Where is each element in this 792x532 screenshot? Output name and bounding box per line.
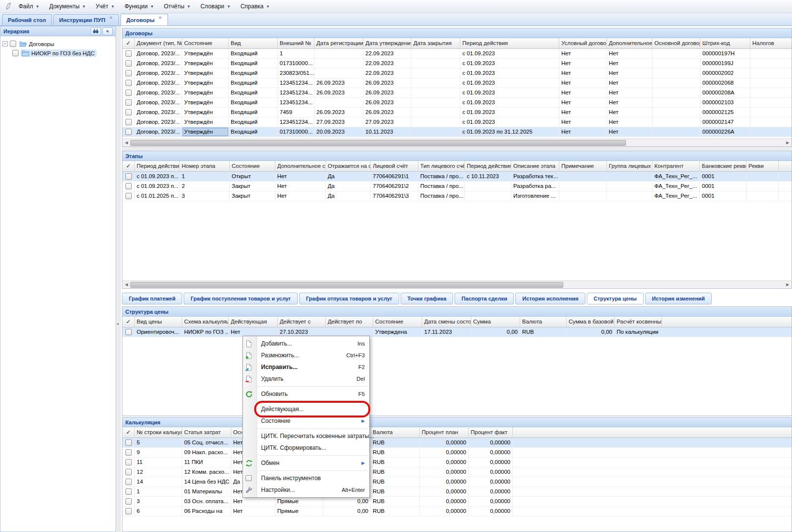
tree-node-contracts[interactable]: − Договоры (2, 39, 114, 48)
column-header[interactable]: Процент план (420, 427, 469, 438)
column-header[interactable]: Валюта (371, 427, 420, 438)
column-header[interactable]: Период действия (460, 38, 559, 48)
row-checkbox[interactable] (125, 80, 132, 86)
tab-close-icon[interactable]: ✕ (158, 16, 163, 21)
table-row[interactable]: 505 Соц. отчисл...НетRUB0,000000,00000 (122, 438, 792, 448)
row-checkbox[interactable] (125, 193, 132, 199)
horizontal-splitter[interactable] (122, 147, 792, 151)
row-checkbox[interactable] (125, 119, 132, 125)
table-row[interactable]: 1212 Комм. расхо...НетRUB0,000000,00000 (122, 467, 792, 477)
scroll-right-icon[interactable]: ▶ (784, 281, 792, 288)
subtab-4[interactable]: Точки графика (401, 293, 454, 304)
menu-item-6[interactable]: Действующая... (243, 403, 369, 415)
table-row[interactable]: Договор, 2023/...УтверждёнВходящий123451… (122, 88, 792, 98)
tree-node-checkbox[interactable] (12, 50, 19, 56)
tree-node-checkbox[interactable] (10, 41, 16, 47)
tab-1[interactable]: Рабочий стол (2, 14, 52, 25)
table-row[interactable]: 1414 Цена без НДСДаRUB0,000000,00000 (122, 477, 792, 487)
table-row[interactable]: 1111 ПКИНетRUB0,000000,00000 (122, 458, 792, 467)
contracts-hscrollbar[interactable]: ◀ ▶ (122, 139, 792, 146)
column-header[interactable]: Вид (229, 38, 278, 48)
column-header[interactable]: Контрагент (652, 161, 700, 171)
column-header[interactable]: Период действия л (465, 161, 511, 171)
column-header[interactable]: Группа лицевых с (607, 161, 652, 171)
column-header[interactable]: Сумма (471, 317, 520, 327)
column-header[interactable]: Дата утверждения (363, 38, 411, 48)
row-checkbox[interactable] (125, 329, 132, 335)
column-header[interactable]: Вид цены (135, 317, 182, 327)
column-header[interactable]: Примечание (559, 161, 607, 171)
column-header[interactable]: Действует по (326, 317, 373, 327)
search-binoculars-button[interactable] (91, 27, 101, 35)
column-header[interactable]: Налогов (750, 38, 792, 48)
menu-item-8[interactable]: ЦИТК. Пересчитать косвенные затраты... (243, 430, 369, 442)
menubar-item-4[interactable]: Функции▼ (120, 1, 159, 12)
menubar-item-6[interactable]: Словари▼ (195, 1, 236, 12)
scroll-left-icon[interactable]: ◀ (122, 140, 130, 145)
column-header[interactable]: Период действия.. (135, 161, 180, 171)
tree-node-content[interactable]: Договоры (18, 40, 56, 47)
row-checkbox[interactable] (125, 488, 132, 495)
menubar-item-2[interactable]: Документы▼ (44, 1, 91, 12)
select-all-column-header[interactable]: ✓ (122, 427, 135, 438)
column-header[interactable]: Дата смены состоя (422, 317, 471, 327)
scrollbar-thumb[interactable] (130, 140, 626, 146)
subtab-7[interactable]: Структура цены (587, 293, 644, 304)
stages-hscrollbar[interactable]: ◀ ▶ (122, 280, 792, 288)
row-checkbox[interactable] (125, 90, 132, 96)
column-header[interactable]: № строки калькул (135, 427, 182, 438)
menubar-item-1[interactable]: Файл▼ (14, 1, 44, 12)
column-header[interactable]: Действующая (229, 317, 278, 327)
menu-item-11[interactable]: Панель инструментов (243, 472, 369, 484)
select-all-column-header[interactable]: ✓ (122, 161, 135, 171)
column-header[interactable]: Условный договор (559, 38, 607, 48)
column-header[interactable]: Тип лицевого счёт (418, 161, 465, 171)
column-header[interactable]: Банковские рекви (700, 161, 746, 171)
row-checkbox[interactable] (125, 498, 132, 505)
table-row[interactable]: Договор, 2023/...УтверждёнВходящий123451… (122, 117, 792, 127)
row-checkbox[interactable] (125, 129, 132, 135)
subtab-5[interactable]: Паспорта сделки (455, 293, 514, 304)
menu-item-7[interactable]: Состояние▶ (243, 415, 369, 427)
menu-item-5[interactable]: ОбновитьF5 (243, 388, 369, 400)
menu-item-10[interactable]: Обмен▶ (243, 457, 369, 469)
table-row[interactable]: Договор, 2023/...УтверждёнВходящий230823… (122, 69, 792, 78)
tab-2[interactable]: Инструкции ПУП✕ (53, 14, 119, 25)
column-header[interactable]: Валюта (520, 317, 567, 327)
table-row[interactable]: с 01.09.2023 п...2ЗакрытНетДа7706406291\… (122, 182, 792, 191)
tree-node-content[interactable]: НИОКР по ГОЗ без НДС (21, 49, 96, 57)
scroll-left-icon[interactable]: ◀ (122, 282, 130, 287)
row-checkbox[interactable] (125, 183, 132, 189)
tab-3[interactable]: Договоры✕ (120, 14, 168, 25)
subtab-2[interactable]: График поступления товаров и услуг (184, 293, 297, 304)
table-row[interactable]: 909 Накл. расхо...НетRUB0,000000,00000 (122, 448, 792, 458)
column-header[interactable]: Схема калькуляци (182, 317, 229, 327)
column-header[interactable]: Статья затрат (182, 427, 231, 438)
column-header[interactable]: Отражается на сум (326, 161, 371, 171)
tree-expander-icon[interactable]: − (2, 41, 8, 46)
row-checkbox[interactable] (125, 459, 132, 465)
column-header[interactable]: Лицевой счёт (371, 161, 418, 171)
table-row[interactable]: 606 Расходы наНетПрямые0,00RUB0,000000,0… (122, 507, 792, 516)
row-checkbox[interactable] (125, 469, 132, 475)
menubar-item-3[interactable]: Учёт▼ (91, 1, 120, 12)
column-header[interactable]: Дата закрытия (411, 38, 460, 48)
column-header[interactable]: Состояние (182, 38, 229, 48)
row-checkbox[interactable] (125, 173, 132, 180)
column-header[interactable]: Сумма в базовой в (567, 317, 615, 327)
table-row[interactable]: Ориентировоч...НИОКР по ГОЗ ...Нет27.10.… (122, 327, 792, 337)
table-row[interactable]: Договор, 2023/...УтверждёнВходящий123451… (122, 78, 792, 88)
row-checkbox[interactable] (125, 508, 132, 514)
column-header[interactable]: Состояние (373, 317, 422, 327)
collapse-panel-button[interactable]: « (102, 27, 113, 35)
subtab-3[interactable]: График отпуска товаров и услуг (299, 293, 399, 304)
splitter-collapse-icon[interactable]: ◂ (117, 322, 119, 326)
row-checkbox[interactable] (125, 479, 132, 485)
column-header[interactable]: Дополнительное с (275, 161, 326, 171)
subtab-8[interactable]: История изменений (645, 293, 712, 304)
column-header[interactable]: Штрих-код (700, 38, 750, 48)
column-header[interactable]: Дата регистрации. (314, 38, 363, 48)
row-checkbox[interactable] (125, 60, 132, 67)
column-header[interactable]: Документ (тип, № (135, 38, 182, 48)
column-header[interactable]: Состояние (230, 161, 275, 171)
